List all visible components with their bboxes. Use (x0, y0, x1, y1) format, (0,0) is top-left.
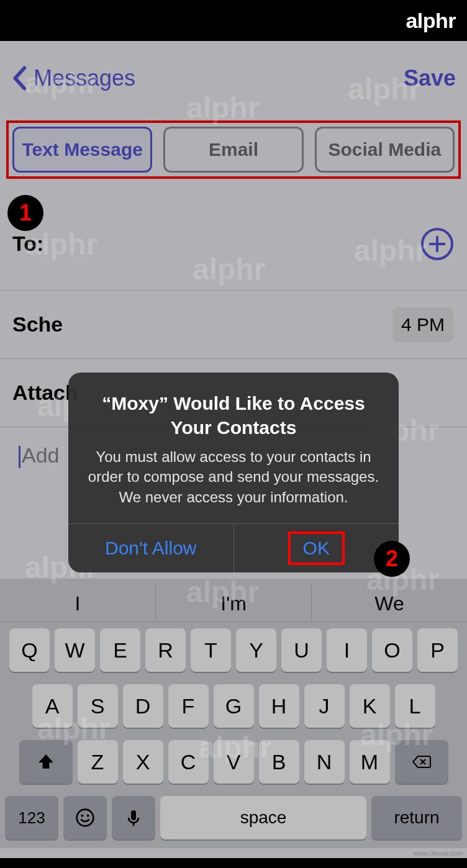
key-row-3: Z X C V B N M (0, 734, 467, 790)
key-p[interactable]: P (417, 628, 458, 672)
svg-rect-3 (131, 810, 136, 820)
svg-point-0 (77, 810, 94, 826)
tab-social-media[interactable]: Social Media (315, 127, 455, 173)
key-t[interactable]: T (191, 628, 231, 672)
key-m[interactable]: M (350, 740, 390, 784)
keyboard: I I'm We Q W E R T Y U I O P A S D F G H… (0, 579, 467, 848)
suggestion-bar: I I'm We (0, 585, 467, 622)
tab-text-message[interactable]: Text Message (12, 127, 152, 173)
key-emoji[interactable] (63, 796, 107, 839)
key-k[interactable]: K (350, 684, 390, 728)
alert-body: “Moxy” Would Like to Access Your Contact… (68, 373, 399, 523)
annotation-step-2: 2 (374, 541, 410, 577)
key-row-4: 123 space return (0, 790, 467, 848)
key-row-2: A S D F G H J K L (0, 678, 467, 734)
key-dictation[interactable] (112, 796, 155, 839)
save-button[interactable]: Save (404, 65, 456, 91)
key-o[interactable]: O (372, 628, 412, 672)
key-backspace[interactable] (395, 740, 448, 784)
alert-title: “Moxy” Would Like to Access Your Contact… (86, 391, 381, 440)
chevron-left-icon (11, 66, 27, 91)
key-a[interactable]: A (32, 684, 73, 728)
key-v[interactable]: V (214, 740, 254, 784)
shift-icon (36, 752, 56, 772)
svg-point-1 (81, 815, 83, 817)
key-e[interactable]: E (100, 628, 140, 672)
key-i[interactable]: I (327, 628, 367, 672)
svg-point-2 (87, 815, 89, 817)
alert-message: You must allow access to your contacts i… (86, 447, 381, 507)
add-recipient-button[interactable] (421, 228, 453, 260)
back-button[interactable]: Messages (11, 65, 135, 91)
key-n[interactable]: N (304, 740, 345, 784)
key-r[interactable]: R (145, 628, 186, 672)
image-credit: www.deuaq.com (413, 849, 463, 857)
suggestion-1[interactable]: I (0, 585, 156, 622)
key-g[interactable]: G (214, 684, 254, 728)
key-u[interactable]: U (281, 628, 322, 672)
key-y[interactable]: Y (236, 628, 276, 672)
ok-highlight: OK (288, 531, 345, 565)
backspace-icon (412, 752, 432, 772)
key-d[interactable]: D (123, 684, 163, 728)
key-w[interactable]: W (55, 628, 95, 672)
alphr-logo: alphr (406, 9, 456, 33)
mic-icon (124, 808, 143, 828)
key-space[interactable]: space (160, 796, 366, 839)
key-q[interactable]: Q (9, 628, 50, 672)
schedule-row[interactable]: Sche 4 PM (0, 291, 467, 359)
key-j[interactable]: J (304, 684, 345, 728)
key-row-1: Q W E R T Y U I O P (0, 622, 467, 678)
key-f[interactable]: F (168, 684, 209, 728)
key-shift[interactable] (19, 740, 73, 784)
key-x[interactable]: X (123, 740, 163, 784)
schedule-label: Sche (12, 312, 63, 337)
text-cursor (19, 446, 20, 468)
article-header: alphr (0, 0, 467, 41)
nav-bar: Messages Save (0, 41, 467, 115)
key-b[interactable]: B (259, 740, 299, 784)
to-field-row: To: (0, 197, 467, 291)
suggestion-3[interactable]: We (312, 585, 467, 622)
permission-alert: “Moxy” Would Like to Access Your Contact… (68, 373, 399, 572)
alert-buttons: Don't Allow OK (68, 523, 399, 572)
back-label: Messages (34, 65, 135, 91)
key-c[interactable]: C (168, 740, 209, 784)
to-label: To: (12, 232, 43, 256)
key-h[interactable]: H (259, 684, 299, 728)
emoji-icon (75, 808, 95, 828)
phone-screen: Messages Save Text Message Email Social … (0, 41, 467, 858)
key-l[interactable]: L (395, 684, 435, 728)
message-type-tabs: Text Message Email Social Media (6, 120, 461, 179)
annotation-step-1: 1 (7, 195, 43, 231)
schedule-value: 4 PM (392, 307, 453, 342)
alert-ok-button[interactable]: OK (234, 524, 399, 572)
compose-placeholder: Add (22, 443, 60, 467)
key-z[interactable]: Z (78, 740, 118, 784)
key-s[interactable]: S (78, 684, 118, 728)
alert-dont-allow-button[interactable]: Don't Allow (68, 524, 234, 572)
suggestion-2[interactable]: I'm (156, 585, 312, 622)
key-return[interactable]: return (371, 796, 462, 839)
key-numbers[interactable]: 123 (5, 796, 58, 839)
tab-email[interactable]: Email (163, 127, 303, 173)
